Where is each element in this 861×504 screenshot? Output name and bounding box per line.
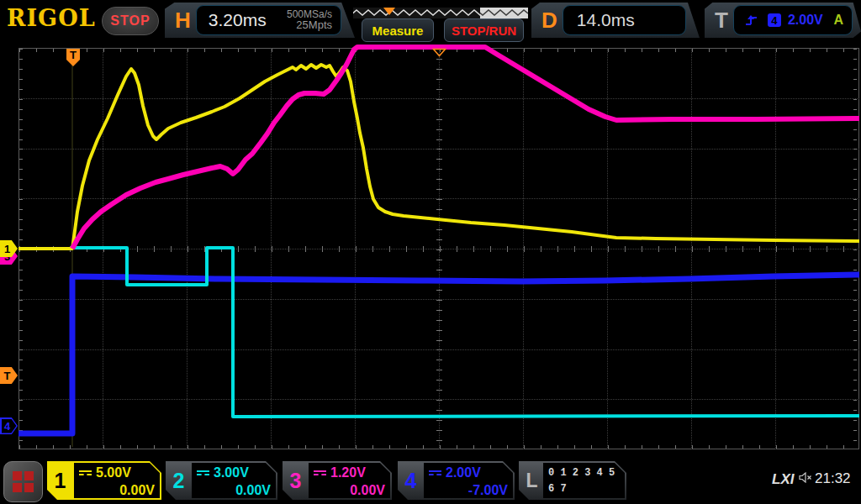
- trigger-level-marker[interactable]: T: [0, 367, 18, 384]
- channel-4-number: 4: [398, 461, 424, 500]
- channel-1-scale: 5.00V: [96, 464, 131, 481]
- logic-analyzer-label: L: [519, 461, 545, 500]
- digital-channels-row2: 8 9 10 11 12 13 14 15: [548, 497, 620, 504]
- dc-coupling-icon: [79, 470, 92, 475]
- memory-position-bar[interactable]: [353, 8, 528, 18]
- channel-2-box[interactable]: 2 3.00V 0.00V: [166, 461, 277, 500]
- delay-value: 14.0ms: [577, 10, 635, 30]
- measure-button[interactable]: Measure: [362, 18, 434, 42]
- rigol-logo: RIGOL: [7, 5, 96, 31]
- dc-coupling-icon: [314, 470, 326, 475]
- trigger-label: T: [715, 8, 728, 34]
- waveform-ch2: [72, 248, 859, 417]
- menu-button[interactable]: [3, 461, 43, 502]
- trigger-mode: A: [833, 13, 843, 28]
- timebase-value: 3.20ms: [209, 10, 267, 30]
- memory-window: [353, 8, 480, 18]
- dc-coupling-icon: [429, 470, 441, 475]
- channel-3-box[interactable]: 3 1.20V 0.00V: [283, 461, 392, 500]
- waveform-canvas: [18, 42, 859, 449]
- horizontal-label: H: [175, 8, 191, 34]
- channel-2-values: 3.00V 0.00V: [192, 463, 276, 498]
- trigger-edge-icon: [744, 13, 759, 28]
- channel-3-values: 1.20V 0.00V: [309, 463, 390, 498]
- channel-2-number: 2: [166, 461, 192, 500]
- channel-4-offset: -7.00V: [429, 481, 508, 499]
- memory-position-pointer-icon[interactable]: [383, 8, 395, 15]
- speaker-muted-icon[interactable]: [799, 472, 813, 483]
- digital-channels-row1: 0 1 2 3 4 5 6 7: [548, 465, 620, 497]
- waveform-ch4: [18, 275, 859, 433]
- channel-4-box[interactable]: 4 2.00V -7.00V: [398, 461, 515, 500]
- memory-depth: 25Mpts: [287, 19, 332, 31]
- channel-2-scale: 3.00V: [214, 464, 249, 481]
- channel-4-scale: 2.00V: [446, 464, 481, 481]
- top-bar: RIGOL STOP H 3.20ms 500MSa/s 25Mpts Meas…: [0, 0, 861, 39]
- dc-coupling-icon: [197, 470, 209, 475]
- channel-4-values: 2.00V -7.00V: [424, 463, 513, 498]
- delay-panel[interactable]: D 14.0ms: [531, 3, 700, 38]
- channel-1-offset: 0.00V: [79, 481, 155, 499]
- horizontal-reference-icon: [432, 48, 446, 57]
- clock: 21:32: [815, 470, 851, 487]
- delay-inset: 14.0ms: [563, 5, 686, 35]
- run-state-badge: STOP: [102, 7, 159, 35]
- trigger-inset: 4 2.00V A: [733, 5, 853, 35]
- channel-3-offset: 0.00V: [314, 481, 385, 499]
- channel-1-box[interactable]: 1 5.00V 0.00V: [47, 461, 161, 500]
- trigger-panel[interactable]: T 4 2.00V A: [705, 3, 861, 38]
- delay-label: D: [541, 8, 557, 34]
- stop-run-button[interactable]: STOP/RUN: [444, 18, 524, 42]
- bottom-bar: 1 5.00V 0.00V 2 3.00V 0.00V 3 1.20V 0.00…: [0, 459, 861, 504]
- horizontal-panel[interactable]: H 3.20ms 500MSa/s 25Mpts: [165, 3, 355, 38]
- trigger-level-value: 2.00V: [788, 13, 823, 28]
- channel-3-scale: 1.20V: [330, 464, 366, 481]
- channel-3-number: 3: [283, 461, 309, 500]
- channel-1-values: 5.00V 0.00V: [74, 463, 160, 498]
- waveform-ch1: [18, 65, 859, 249]
- digital-channel-list: 0 1 2 3 4 5 6 7 8 9 10 11 12 13 14 15: [543, 463, 625, 498]
- channel-1-number: 1: [47, 461, 73, 500]
- channel-2-offset: 0.00V: [197, 481, 271, 499]
- lxi-logo: LXI: [772, 471, 794, 488]
- acquisition-info: 500MSa/s 25Mpts: [287, 9, 332, 31]
- ch4-offset-marker-label: 4: [2, 419, 17, 433]
- horizontal-inset: 3.20ms 500MSa/s 25Mpts: [196, 5, 341, 35]
- logic-analyzer-box[interactable]: L 0 1 2 3 4 5 6 7 8 9 10 11 12 13 14 15: [519, 461, 626, 500]
- ch4-offset-marker[interactable]: 4: [0, 417, 18, 434]
- menu-grid-icon: [12, 470, 35, 494]
- waveform-ch3: [72, 47, 859, 249]
- memory-window-zigzag: [353, 8, 480, 18]
- trigger-source-badge: 4: [768, 13, 781, 27]
